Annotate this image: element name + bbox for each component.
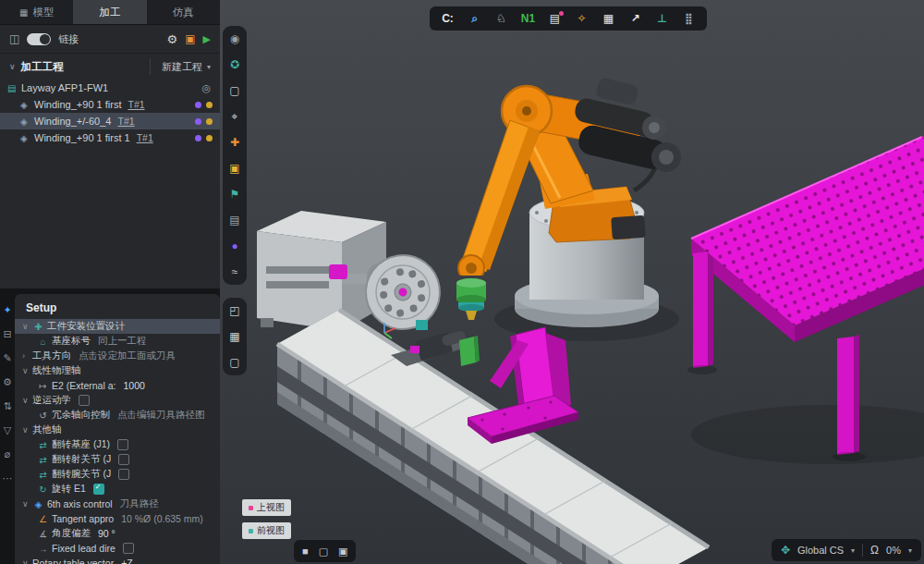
robot-post-icon[interactable]: ♘ xyxy=(489,8,514,29)
printer-icon[interactable]: ⊟ xyxy=(3,329,11,339)
robot-icon[interactable]: ◉ xyxy=(230,33,239,44)
tab-model[interactable]: ▦ 模型 xyxy=(0,0,73,24)
collapse-icon[interactable]: ∨ xyxy=(9,62,16,71)
setup-row[interactable]: ∠ Tangent appro 10 %Ø (0.635 mm) xyxy=(15,511,220,526)
analysis-icon[interactable]: ↗ xyxy=(623,8,648,29)
setup-row[interactable]: ∡ 角度偏差 90 ° xyxy=(15,526,220,541)
grid-icon[interactable]: ▦ xyxy=(229,331,239,342)
setup-row-value[interactable]: 点击编辑刀具路径图 xyxy=(117,409,205,422)
project-tree-item[interactable]: ◈ Winding_+/-60_4 T#1 xyxy=(0,113,220,129)
setup-panel: Setup ∨ ✚ 工件安装位置设计 ⌂ 基座标号 同上一工程 › 工 xyxy=(15,294,220,564)
expander-icon[interactable]: › xyxy=(22,351,32,361)
setup-row[interactable]: ⇄ 翻转射关节 (J xyxy=(15,452,220,467)
box-icon[interactable]: ◰ xyxy=(229,305,239,316)
setup-row-value[interactable]: 刀具路径 xyxy=(120,497,159,510)
material-icon[interactable]: ▣ xyxy=(229,163,239,174)
application-window: { "colors": { "accent_green": "#3fb950",… xyxy=(0,0,924,564)
new-project-button[interactable]: 新建工程 ▾ xyxy=(150,58,211,75)
tool-assignment-link[interactable]: T#1 xyxy=(117,116,134,127)
setup-row-value[interactable]: 10 %Ø (0.635 mm) xyxy=(121,513,203,524)
flag-icon[interactable]: ⚑ xyxy=(230,189,240,200)
setup-row[interactable]: ∨ 逆运动学 xyxy=(15,393,220,408)
package-icon[interactable]: ▣ xyxy=(185,32,195,45)
project-tree-item[interactable]: ◈ Winding_+90 1 first 1 T#1 xyxy=(0,129,220,146)
setup-row-icon: ∠ xyxy=(37,514,49,524)
expander-icon[interactable]: ∨ xyxy=(22,425,32,435)
expander-icon[interactable]: ∨ xyxy=(22,396,32,405)
measure-icon[interactable]: ⌀ xyxy=(5,449,11,460)
edit-icon[interactable]: ✎ xyxy=(3,353,11,363)
tool-icon[interactable]: ✚ xyxy=(230,137,239,148)
tab-simulation[interactable]: 仿真 xyxy=(147,0,220,24)
checkbox[interactable] xyxy=(118,454,129,465)
report-icon[interactable]: ▤ xyxy=(542,8,567,29)
setup-row[interactable]: ∨ ✚ 工件安装位置设计 xyxy=(15,319,220,334)
project-item-settings-icon[interactable]: ◎ xyxy=(201,82,211,94)
setup-row-value[interactable]: 90 ° xyxy=(98,528,116,539)
checkbox[interactable] xyxy=(118,469,129,480)
probe-icon[interactable]: ⊥ xyxy=(650,8,675,29)
setup-row[interactable]: ↺ 冗余轴向控制 点击编辑刀具路径图 xyxy=(15,408,220,423)
pattern-icon[interactable]: ⣿ xyxy=(676,8,701,29)
setup-row[interactable]: ∨ 线性物理轴 xyxy=(15,363,220,378)
program-icon[interactable]: C: xyxy=(435,8,460,29)
setup-row[interactable]: ↦ E2 (External a: 1000 xyxy=(15,378,220,393)
gear-icon[interactable]: ⚙ xyxy=(167,32,178,46)
run-button[interactable]: ▶ xyxy=(203,33,211,45)
checkbox[interactable] xyxy=(123,543,134,554)
expander-icon[interactable]: ∨ xyxy=(22,499,32,509)
table-icon[interactable]: ▦ xyxy=(596,8,621,29)
sort-icon[interactable]: ⇅ xyxy=(3,401,11,411)
tool-assignment-link[interactable]: T#1 xyxy=(128,99,144,110)
filter-icon[interactable]: ▽ xyxy=(4,425,11,435)
expander-icon[interactable]: ∨ xyxy=(22,558,32,564)
settings-icon[interactable]: ⚙ xyxy=(3,377,12,387)
setup-row-value[interactable]: 1000 xyxy=(123,380,144,391)
csys-selector[interactable]: Global CS xyxy=(797,545,844,556)
quick-tool-icon[interactable]: ✦ xyxy=(3,305,11,315)
chevron-down-icon[interactable]: ▾ xyxy=(908,546,912,555)
tab-label: 仿真 xyxy=(173,6,194,19)
operator-icon[interactable]: ✪ xyxy=(230,59,239,70)
chip-top-view[interactable]: 上视图 xyxy=(242,499,291,516)
link-toggle[interactable] xyxy=(27,33,51,45)
checkbox[interactable] xyxy=(93,484,104,495)
frame-icon[interactable]: ▢ xyxy=(229,85,239,96)
node-icon[interactable]: ● xyxy=(231,240,237,251)
setup-row-value[interactable]: +Z xyxy=(121,558,133,564)
wall-icon[interactable]: ▤ xyxy=(229,215,239,226)
checkbox[interactable] xyxy=(117,439,128,450)
search-icon[interactable]: ⌕ xyxy=(462,8,487,29)
setup-row-value[interactable]: 同上一工程 xyxy=(98,335,147,348)
wireframe-display-icon[interactable]: ▢ xyxy=(319,546,328,558)
setup-row[interactable]: ↻ 旋转 E1 xyxy=(15,482,220,497)
setup-row[interactable]: → Fixed lead dire xyxy=(15,541,220,556)
project-tree-item[interactable]: ▤ Layway AFP1-FW1 ◎ xyxy=(0,80,220,96)
nc-code-icon[interactable]: N1 xyxy=(516,8,541,29)
setup-row[interactable]: ∨ 其他轴 xyxy=(15,423,220,437)
locate-icon[interactable]: ⌖ xyxy=(232,111,238,122)
shaded-display-icon[interactable]: ▣ xyxy=(338,546,347,558)
tab-machining[interactable]: 加工 xyxy=(73,0,146,24)
checkbox[interactable] xyxy=(79,395,90,406)
setup-row[interactable]: ∨ ◈ 6th axis control 刀具路径 xyxy=(15,497,220,511)
chip-front-view[interactable]: 前视图 xyxy=(242,522,291,539)
chevron-down-icon[interactable]: ▾ xyxy=(851,546,855,555)
bell-icon[interactable]: Ω xyxy=(870,544,879,557)
tool-assignment-link[interactable]: T#1 xyxy=(137,132,153,143)
expander-icon[interactable]: ∨ xyxy=(22,322,32,331)
expander-icon[interactable]: ∨ xyxy=(22,366,32,375)
viewport-3d[interactable] xyxy=(220,0,924,564)
optimize-icon[interactable]: ✧ xyxy=(569,8,594,29)
setup-row[interactable]: › 工具方向 点击设定加工面或刀具 xyxy=(15,349,220,363)
setup-row[interactable]: ⌂ 基座标号 同上一工程 xyxy=(15,334,220,349)
project-tree-item[interactable]: ◈ Winding_+90 1 first T#1 xyxy=(0,96,220,113)
setup-row-value[interactable]: 点击设定加工面或刀具 xyxy=(79,349,176,362)
more-icon[interactable]: ⋯ xyxy=(3,473,13,484)
wave-icon[interactable]: ≈ xyxy=(232,266,238,277)
setup-row[interactable]: ⇄ 翻转腕关节 (J xyxy=(15,467,220,482)
setup-row[interactable]: ∨ Rotary table vector +Z xyxy=(15,556,220,564)
points-display-icon[interactable]: ■ xyxy=(302,546,309,557)
display-icon[interactable]: ▢ xyxy=(229,357,239,368)
setup-row[interactable]: ⇄ 翻转基座 (J1) xyxy=(15,437,220,452)
